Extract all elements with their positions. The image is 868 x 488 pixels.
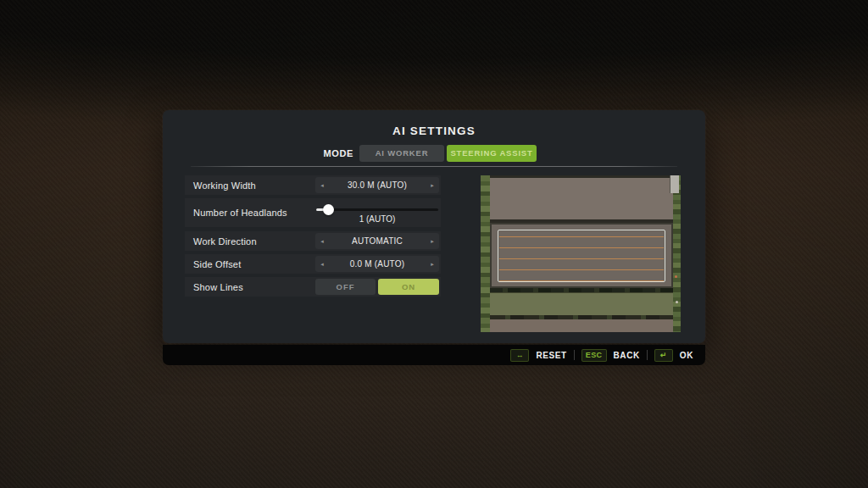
reset-key-button[interactable]: ↔: [510, 349, 529, 362]
side-offset-selector[interactable]: ◂ 0.0 M (AUTO) ▸: [315, 256, 439, 272]
work-line: [499, 280, 664, 281]
headlands-row: Number of Headlands 1 (AUTO): [185, 198, 441, 227]
working-width-value: 30.0 M (AUTO): [329, 177, 426, 193]
tab-ai-worker[interactable]: AI WORKER: [359, 145, 444, 162]
chevron-left-icon[interactable]: ◂: [315, 233, 329, 249]
map-vegetation-strip-right: [673, 175, 681, 332]
map-field-bottom: [490, 319, 673, 332]
headlands-value: 1 (AUTO): [315, 214, 439, 224]
chevron-right-icon[interactable]: ▸: [426, 177, 439, 193]
working-width-label: Working Width: [193, 175, 256, 195]
esc-key-button[interactable]: ESC: [581, 349, 607, 362]
work-line: [499, 247, 664, 248]
ok-button[interactable]: OK: [680, 351, 693, 360]
work-line: [499, 258, 664, 259]
page-title: AI SETTINGS: [163, 125, 705, 137]
show-lines-label: Show Lines: [193, 277, 243, 297]
chevron-right-icon[interactable]: ▸: [426, 233, 439, 249]
swap-arrows-icon: ↔: [516, 351, 524, 359]
mode-tab-bar: MODE AI WORKER STEERING ASSIST: [163, 145, 705, 162]
map-vegetation-strip-left: [481, 175, 490, 332]
work-direction-value: AUTOMATIC: [329, 233, 426, 249]
return-arrow-icon: ↵: [660, 351, 667, 359]
working-width-row: Working Width ◂ 30.0 M (AUTO) ▸: [185, 175, 441, 195]
tab-steering-assist[interactable]: STEERING ASSIST: [447, 145, 537, 162]
chevron-right-icon[interactable]: ▸: [426, 256, 439, 272]
map-flower-dot: [676, 301, 678, 303]
map-building-patch: [670, 175, 679, 193]
work-direction-label: Work Direction: [193, 231, 257, 251]
map-field-top: [490, 178, 673, 219]
headlands-slider[interactable]: [316, 203, 438, 215]
back-button[interactable]: BACK: [614, 351, 640, 360]
work-direction-selector[interactable]: ◂ AUTOMATIC ▸: [315, 233, 439, 249]
headlands-label: Number of Headlands: [193, 198, 287, 227]
chevron-left-icon[interactable]: ◂: [315, 256, 329, 272]
side-offset-row: Side Offset ◂ 0.0 M (AUTO) ▸: [185, 254, 441, 274]
working-width-selector[interactable]: ◂ 30.0 M (AUTO) ▸: [315, 177, 439, 193]
map-work-area-outline: [498, 230, 665, 282]
show-lines-off-button[interactable]: OFF: [315, 279, 376, 295]
work-line: [499, 269, 664, 270]
enter-key-button[interactable]: ↵: [654, 349, 673, 362]
mode-label: MODE: [324, 145, 353, 162]
slider-track[interactable]: [316, 208, 438, 211]
map-flower-dot: [675, 275, 677, 278]
side-offset-value: 0.0 M (AUTO): [329, 256, 426, 272]
ai-settings-dialog: AI SETTINGS MODE AI WORKER STEERING ASSI…: [163, 110, 705, 343]
tabs-separator: [191, 166, 677, 167]
footer-divider: [574, 350, 575, 360]
work-direction-row: Work Direction ◂ AUTOMATIC ▸: [185, 231, 441, 251]
chevron-left-icon[interactable]: ◂: [315, 177, 329, 193]
show-lines-row: Show Lines OFF ON: [185, 277, 441, 297]
side-offset-label: Side Offset: [193, 254, 241, 274]
work-line: [499, 236, 664, 237]
reset-button[interactable]: RESET: [536, 351, 566, 360]
show-lines-on-button[interactable]: ON: [378, 279, 439, 295]
map-field-olive: [490, 292, 673, 315]
field-map-preview: [481, 175, 681, 332]
dialog-footer-bar: ↔ RESET ESC BACK ↵ OK: [163, 345, 705, 365]
footer-divider: [647, 350, 648, 360]
